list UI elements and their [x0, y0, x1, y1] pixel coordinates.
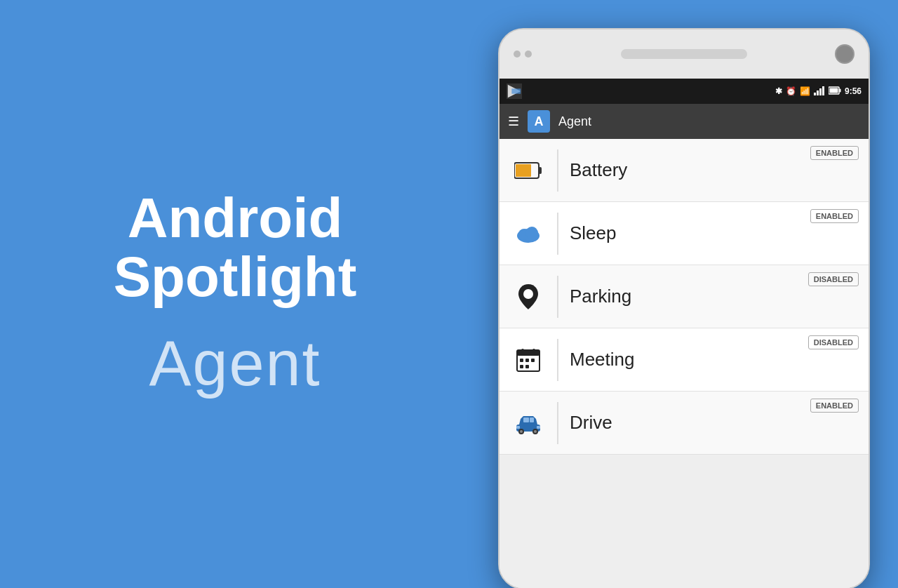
left-panel: Android Spotlight Agent [0, 0, 470, 588]
svg-rect-32 [516, 426, 520, 429]
android-screen: ✱ ⏰ 📶 [500, 79, 869, 588]
svg-rect-31 [530, 417, 534, 422]
sleep-item-icon [511, 216, 546, 251]
battery-item-icon [511, 153, 546, 188]
pin-svg-icon [517, 283, 540, 311]
status-bar: ✱ ⏰ 📶 [500, 79, 869, 104]
sleep-status-badge: ENABLED [810, 209, 859, 223]
svg-rect-10 [539, 167, 542, 174]
battery-label: Battery [570, 159, 857, 181]
phone-shell: ✱ ⏰ 📶 [498, 28, 870, 588]
parking-label: Parking [570, 286, 857, 307]
divider-meeting [557, 339, 558, 381]
parking-item-icon [511, 279, 546, 314]
list-item-meeting[interactable]: Meeting DISABLED [500, 328, 869, 392]
svg-rect-8 [829, 88, 838, 93]
wifi-icon: 📶 [800, 86, 810, 96]
notification-icon [507, 83, 522, 99]
toolbar-logo: A [528, 110, 550, 133]
list-item-drive[interactable]: Drive ENABLED [500, 392, 869, 455]
status-left [507, 83, 522, 99]
svg-rect-18 [521, 349, 524, 353]
phone-dot-1 [514, 51, 521, 58]
svg-rect-2 [814, 93, 816, 95]
parking-status-badge: DISABLED [808, 272, 859, 286]
phone-top-bar [500, 29, 869, 79]
phone-speaker [621, 49, 747, 59]
status-right: ✱ ⏰ 📶 [775, 86, 862, 98]
bluetooth-icon: ✱ [775, 86, 782, 96]
svg-rect-7 [839, 88, 840, 92]
svg-rect-3 [817, 91, 819, 95]
status-time: 9:56 [845, 86, 862, 96]
battery-status-badge: ENABLED [810, 146, 859, 160]
title-android: Android [128, 189, 343, 248]
agent-list: Battery ENABLED Sleep ENABLED [500, 139, 869, 588]
svg-rect-1 [511, 88, 521, 93]
meeting-item-icon [511, 342, 546, 377]
svg-rect-21 [525, 359, 529, 362]
drive-status-badge: ENABLED [810, 399, 859, 413]
calendar-svg-icon [516, 347, 541, 373]
toolbar-title: Agent [558, 114, 591, 129]
phone-dots [514, 51, 532, 58]
list-item-sleep[interactable]: Sleep ENABLED [500, 202, 869, 265]
phone-dot-2 [525, 51, 532, 58]
car-svg-icon [514, 412, 543, 434]
svg-rect-24 [525, 365, 529, 368]
svg-rect-5 [822, 86, 824, 95]
divider-battery [557, 149, 558, 192]
list-item-parking[interactable]: Parking DISABLED [500, 265, 869, 328]
cloud-svg-icon [515, 223, 542, 244]
hamburger-menu-button[interactable]: ☰ [508, 114, 519, 129]
signal-icon [814, 86, 825, 98]
battery-status-icon [829, 86, 841, 97]
svg-rect-23 [520, 365, 523, 368]
app-toolbar: ☰ A Agent [500, 104, 869, 139]
svg-rect-20 [520, 359, 523, 362]
signal-bars-icon [814, 86, 825, 95]
svg-point-27 [520, 430, 523, 433]
meeting-status-badge: DISABLED [808, 335, 859, 349]
divider-sleep [557, 213, 558, 255]
battery-svg-icon [514, 161, 542, 180]
alarm-icon: ⏰ [786, 86, 796, 96]
list-item-battery[interactable]: Battery ENABLED [500, 139, 869, 202]
svg-rect-17 [517, 350, 540, 356]
phone-camera [835, 44, 855, 64]
svg-rect-19 [532, 349, 535, 353]
svg-point-15 [523, 289, 533, 299]
battery-status-svg [829, 86, 841, 95]
title-spotlight: Spotlight [114, 248, 357, 307]
divider-parking [557, 276, 558, 318]
drive-label: Drive [570, 412, 857, 434]
svg-rect-11 [516, 164, 531, 177]
title-agent: Agent [149, 328, 321, 400]
svg-point-14 [525, 227, 538, 239]
drive-item-icon [511, 406, 546, 441]
right-panel: ✱ ⏰ 📶 [470, 0, 898, 588]
svg-rect-4 [819, 88, 822, 95]
divider-drive [557, 402, 558, 444]
svg-rect-22 [531, 359, 535, 362]
meeting-label: Meeting [570, 349, 857, 370]
svg-point-29 [534, 430, 537, 433]
svg-rect-30 [523, 417, 529, 422]
sleep-label: Sleep [570, 222, 857, 244]
svg-rect-33 [537, 426, 540, 429]
